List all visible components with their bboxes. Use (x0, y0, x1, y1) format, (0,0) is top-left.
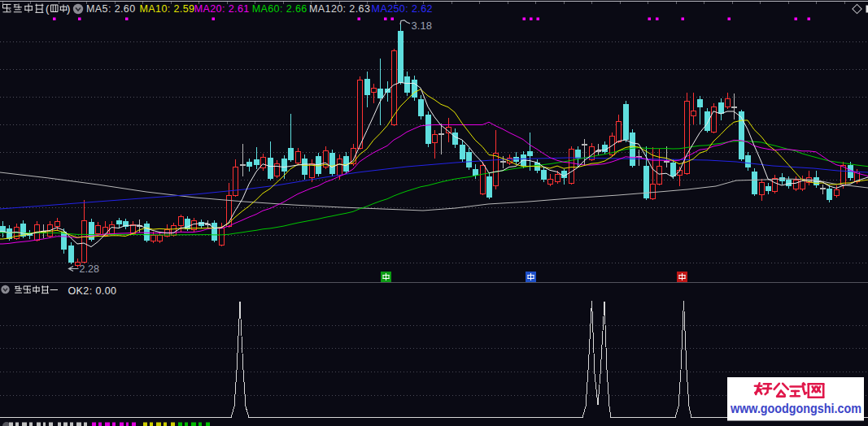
svg-text:2.28: 2.28 (80, 263, 99, 275)
svg-text:MA60: 2.66: MA60: 2.66 (252, 3, 308, 15)
svg-text:www.goodgongshi.com: www.goodgongshi.com (730, 401, 861, 415)
svg-text:MA120: 2.63: MA120: 2.63 (309, 3, 370, 15)
svg-text:OK2: 0.00: OK2: 0.00 (68, 285, 117, 297)
svg-text:3.18: 3.18 (412, 20, 432, 32)
svg-text:MA10: 2.59: MA10: 2.59 (140, 3, 195, 15)
svg-text:): ) (67, 2, 70, 15)
svg-text:MA5: 2.60: MA5: 2.60 (86, 3, 136, 15)
svg-text:MA250: 2.62: MA250: 2.62 (372, 3, 433, 15)
svg-text:MA20: 2.61: MA20: 2.61 (194, 3, 250, 15)
svg-text:(: ( (46, 2, 50, 15)
